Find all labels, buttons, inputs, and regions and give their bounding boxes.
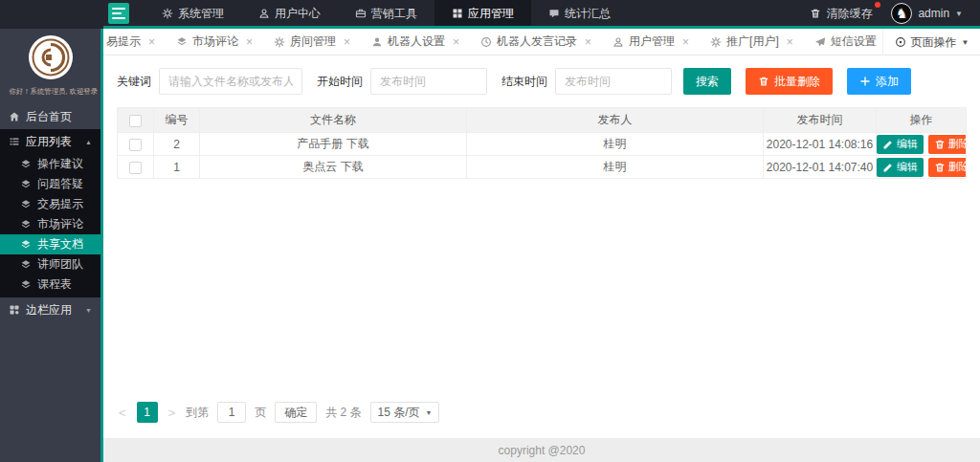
cell-actions: 编辑删除 xyxy=(877,156,967,179)
topbar-item-label: 应用管理 xyxy=(468,6,514,22)
close-icon[interactable]: × xyxy=(246,35,253,49)
sidebar-menu: 后台首页 应用列表▲操作建议问题答疑交易提示市场评论共享文档讲师团队课程表边栏应… xyxy=(0,104,100,322)
tab-5[interactable]: 机器人发言记录× xyxy=(470,29,602,55)
topbar-item-2[interactable]: 用户中心 xyxy=(241,0,338,29)
tab-6[interactable]: 用户管理× xyxy=(602,29,700,55)
sidebar-subitem-6[interactable]: 讲师团队 xyxy=(0,254,100,275)
clock-icon xyxy=(480,36,492,48)
footer: copyright @2020 xyxy=(103,438,980,462)
gear-icon xyxy=(274,36,285,48)
sidebar-subitem-1[interactable]: 操作建议 xyxy=(0,154,100,174)
confirm-page-button[interactable]: 确定 xyxy=(275,402,317,423)
topbar-item-4[interactable]: 应用管理 xyxy=(434,0,531,29)
batch-delete-button[interactable]: 批量删除 xyxy=(746,68,833,95)
sidebar-item-label: 后台首页 xyxy=(26,109,72,125)
greeting-text: 你好！系统管理员, 欢迎登录 xyxy=(9,87,91,97)
sidebar-item-home[interactable]: 后台首页 xyxy=(0,104,100,129)
collapse-menu-icon[interactable] xyxy=(108,3,129,24)
jump-suffix-label: 页 xyxy=(255,405,266,421)
copyright-text: copyright @2020 xyxy=(499,444,586,457)
trash-icon xyxy=(758,76,769,87)
tab-3[interactable]: 房间管理× xyxy=(263,29,361,55)
sidebar: 你好！系统管理员, 欢迎登录 后台首页 应用列表▲操作建议问题答疑交易提示市场评… xyxy=(0,29,103,462)
close-icon[interactable]: × xyxy=(585,35,591,49)
tab-4[interactable]: 机器人设置× xyxy=(361,29,470,55)
gear-icon xyxy=(162,8,173,19)
cell-actions: 编辑删除 xyxy=(877,133,967,156)
tab-1[interactable]: 易提示× xyxy=(103,29,166,55)
row-checkbox[interactable] xyxy=(129,139,142,151)
start-time-label: 开始时间 xyxy=(317,74,363,90)
cell-file-name: 产品手册 下载 xyxy=(200,133,467,156)
close-icon[interactable]: × xyxy=(344,35,350,49)
send-icon xyxy=(814,36,826,48)
close-icon[interactable]: × xyxy=(453,35,459,49)
end-time-label: 结束时间 xyxy=(501,74,547,90)
tab-7[interactable]: 推广[用户]× xyxy=(700,29,804,55)
next-page-button[interactable]: > xyxy=(167,406,178,420)
delete-button[interactable]: 删除 xyxy=(928,135,967,154)
logo xyxy=(29,35,73,79)
topbar-item-label: 系统管理 xyxy=(178,6,224,22)
page-size-select[interactable]: 15 条/页 ▼ xyxy=(370,402,440,423)
column-header: 发布时间 xyxy=(764,108,877,133)
target-icon xyxy=(895,36,906,48)
clear-cache-button[interactable]: 清除缓存 xyxy=(810,6,872,22)
sidebar-subitem-4[interactable]: 市场评论 xyxy=(0,214,100,234)
sidebar-subitem-2[interactable]: 问题答疑 xyxy=(0,174,100,194)
add-button[interactable]: 添加 xyxy=(847,68,911,95)
layers-icon xyxy=(20,219,32,231)
column-header: 发布人 xyxy=(467,108,764,133)
row-checkbox[interactable] xyxy=(129,162,142,174)
close-icon[interactable]: × xyxy=(682,35,689,49)
apps-icon xyxy=(9,304,20,316)
page-actions-button[interactable]: 页面操作 ▼ xyxy=(882,29,980,55)
tab-2[interactable]: 市场评论× xyxy=(166,29,263,55)
topbar-item-3[interactable]: 营销工具 xyxy=(338,0,434,29)
username: admin xyxy=(918,7,949,20)
select-all-cell xyxy=(118,108,154,133)
topbar-item-label: 用户中心 xyxy=(275,6,321,22)
page-size-label: 15 条/页 xyxy=(378,405,420,421)
jump-page-input[interactable] xyxy=(217,402,246,423)
select-all-checkbox[interactable] xyxy=(129,115,142,127)
sidebar-subitem-7[interactable]: 课程表 xyxy=(0,275,100,295)
chevron-down-icon: ▼ xyxy=(955,10,963,18)
tab-label: 机器人发言记录 xyxy=(497,33,577,50)
app-window: 系统管理用户中心营销工具应用管理统计汇总 清除缓存 ♞ admin ▼ xyxy=(0,0,980,462)
layers-icon xyxy=(176,36,188,48)
tab-label: 市场评论 xyxy=(192,33,238,50)
keyword-input[interactable] xyxy=(159,68,302,95)
tab-label: 短信设置 xyxy=(831,33,877,50)
topbar-item-5[interactable]: 统计汇总 xyxy=(531,0,628,29)
sidebar-group-label: 应用列表 xyxy=(26,134,72,150)
cell-publisher: 桂明 xyxy=(467,156,764,179)
cell-publisher: 桂明 xyxy=(467,133,764,156)
sidebar-group-1[interactable]: 应用列表▲ xyxy=(0,129,100,154)
table-header-row: 编号文件名称发布人发布时间操作 xyxy=(118,108,967,133)
column-header: 操作 xyxy=(877,108,967,133)
cell-id: 1 xyxy=(154,156,200,179)
close-icon[interactable]: × xyxy=(787,35,793,49)
prev-page-button[interactable]: < xyxy=(117,406,128,420)
sidebar-subitem-label: 交易提示 xyxy=(37,196,83,212)
close-icon[interactable]: × xyxy=(148,35,155,49)
delete-button[interactable]: 删除 xyxy=(928,158,967,177)
search-button[interactable]: 搜索 xyxy=(683,68,731,95)
sidebar-subitem-label: 共享文档 xyxy=(37,236,83,253)
current-page-button[interactable]: 1 xyxy=(137,402,158,423)
sidebar-group-2[interactable]: 边栏应用▼ xyxy=(0,297,100,322)
sidebar-subitem-5[interactable]: 共享文档 xyxy=(0,234,100,254)
user-menu[interactable]: ♞ admin ▼ xyxy=(891,3,963,24)
search-button-label: 搜索 xyxy=(696,74,719,90)
edit-button[interactable]: 编辑 xyxy=(877,158,924,177)
table-row: 1奥点云 下载桂明2020-12-01 14:07:40编辑删除 xyxy=(118,156,967,179)
sidebar-subitem-3[interactable]: 交易提示 xyxy=(0,194,100,214)
layers-icon xyxy=(20,259,32,271)
sidebar-subitem-label: 讲师团队 xyxy=(37,256,83,273)
topbar-item-1[interactable]: 系统管理 xyxy=(145,0,241,29)
edit-button[interactable]: 编辑 xyxy=(877,135,924,154)
add-button-label: 添加 xyxy=(876,74,899,90)
start-time-input[interactable] xyxy=(370,68,487,95)
end-time-input[interactable] xyxy=(555,68,672,95)
